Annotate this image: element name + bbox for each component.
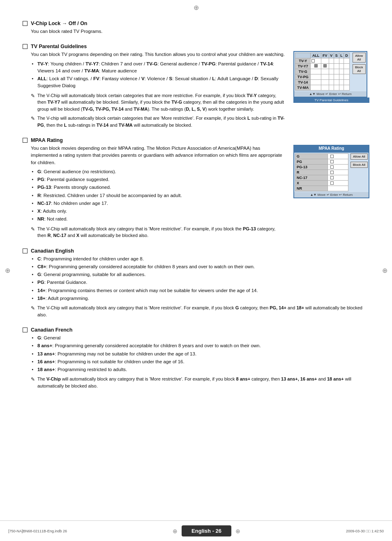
footer-left: [750-NA]BN68-02111B-Eng.indb 26 bbox=[8, 529, 67, 533]
tv-cell bbox=[321, 85, 329, 91]
tv-cell bbox=[334, 58, 339, 64]
vchip-bullet bbox=[23, 21, 28, 26]
tv-cell bbox=[344, 74, 349, 80]
mpaa-label-nr: NR bbox=[295, 186, 328, 191]
vchip-content: V-Chip Lock → Off / On You can block rat… bbox=[31, 21, 369, 37]
mpaa-label-x: X bbox=[295, 181, 328, 186]
canadian-english-section: Canadian English C: Programming intended… bbox=[23, 248, 369, 321]
tv-cell bbox=[334, 64, 339, 69]
tv-cell bbox=[339, 58, 344, 64]
mpaa-title-text: MPAA Rating bbox=[31, 137, 369, 143]
tv-cell bbox=[334, 74, 339, 80]
vchip-body: You can block rated TV Programs. bbox=[31, 28, 369, 35]
mpaa-allow-all-button[interactable]: Allow All bbox=[350, 153, 368, 160]
cf-bullet-8: 8 ans+: Programming generally considered… bbox=[31, 342, 369, 349]
mpaa-note: ✎ The V-Chip will automatically block an… bbox=[31, 225, 285, 239]
tv-cell bbox=[321, 74, 329, 80]
tv-allow-all-button[interactable]: Allow All bbox=[353, 53, 366, 63]
mpaa-cell-r bbox=[327, 170, 348, 175]
tv-cell bbox=[329, 64, 334, 69]
tv-label-tvy7: TV-Y7 bbox=[295, 64, 311, 69]
tv-col-fv: FV bbox=[321, 53, 329, 58]
tv-note-2-text: The V-chip will automatically block cert… bbox=[37, 115, 285, 128]
footer-page-label: English - 26 bbox=[182, 525, 231, 536]
mpaa-row-pg: PG bbox=[295, 159, 348, 165]
canadian-english-bullet bbox=[23, 248, 28, 253]
tv-cell bbox=[344, 64, 349, 69]
tv-cell bbox=[311, 85, 321, 91]
tv-cell bbox=[339, 74, 344, 80]
tv-label-tvpg: TV-PG bbox=[295, 74, 311, 80]
tv-note-1: ✎ The V-Chip will automatically block ce… bbox=[31, 92, 285, 113]
canadian-french-bullets: G: General 8 ans+: Programming generally… bbox=[31, 334, 369, 373]
tv-label-tv14: TV-14 bbox=[295, 80, 311, 85]
vchip-title: V-Chip Lock → Off / On bbox=[31, 21, 369, 26]
canadian-french-section: Canadian French G: General 8 ans+: Progr… bbox=[23, 327, 369, 392]
ce-bullet-g: G: General programming, suitable for all… bbox=[31, 271, 369, 278]
note-icon-mpaa: ✎ bbox=[31, 225, 35, 239]
mpaa-buttons: Allow All Block All bbox=[350, 153, 368, 191]
tv-bullet-2: ALL: Lock all TV ratings. / FV: Fantasy … bbox=[31, 75, 285, 90]
mpaa-row-nr: NR bbox=[295, 186, 348, 191]
tv-cell bbox=[339, 85, 344, 91]
mpaa-cell-pg13 bbox=[327, 165, 348, 170]
cf-bullet-18: 18 ans+: Programming restricted to adult… bbox=[31, 366, 369, 373]
tv-parental-bullets: TV-Y: Young children / TV-Y7: Children 7… bbox=[31, 60, 285, 90]
tv-table-row: ALL FV V S L D bbox=[295, 53, 366, 91]
ce-bullet-c: C: Programming intended for children und… bbox=[31, 255, 369, 262]
mpaa-block-all-button[interactable]: Block All bbox=[350, 162, 368, 168]
mpaa-row-r: R bbox=[295, 170, 348, 175]
reg-mark-left: ⊕ bbox=[3, 267, 12, 275]
mpaa-bullet-g: G: General audience (no restrictions). bbox=[31, 168, 285, 175]
tv-cell bbox=[329, 80, 334, 85]
mpaa-cell-nc17 bbox=[327, 175, 348, 181]
tv-label-tvy: TV-Y bbox=[295, 58, 311, 64]
tv-row-tvpg: TV-PG bbox=[295, 74, 350, 80]
mpaa-with-table: You can block movies depending on their … bbox=[31, 145, 369, 241]
tv-label-tvma: TV-MA bbox=[295, 85, 311, 91]
tv-row-tvy7: TV-Y7 bbox=[295, 64, 350, 69]
mpaa-content: MPAA Rating You can block movies dependi… bbox=[31, 137, 369, 241]
tv-row-tv14: TV-14 bbox=[295, 80, 350, 85]
cf-bullet-13: 13 ans+: Programming may not be suitable… bbox=[31, 351, 369, 358]
tv-row-tvg: TV-G bbox=[295, 69, 350, 74]
tv-cell-checked bbox=[311, 64, 321, 69]
tv-cell bbox=[329, 58, 334, 64]
tv-bullet-1: TV-Y: Young children / TV-Y7: Children 7… bbox=[31, 60, 285, 75]
footer-center-area: ⊕ English - 26 ⊕ bbox=[173, 525, 240, 536]
tv-note-2: ✎ The V-chip will automatically block ce… bbox=[31, 115, 285, 128]
tv-cell bbox=[321, 80, 329, 85]
tv-cell bbox=[329, 85, 334, 91]
tv-col-d: D bbox=[344, 53, 349, 58]
mpaa-bullet bbox=[23, 138, 28, 143]
mpaa-footer: ▲▼ Move ↵ Enter ↩ Return bbox=[294, 192, 369, 197]
vchip-section: V-Chip Lock → Off / On You can block rat… bbox=[23, 21, 369, 37]
mpaa-bullet-r: R: Restricted. Children under 17 should … bbox=[31, 192, 285, 199]
mpaa-label-pg: PG bbox=[295, 159, 328, 165]
tv-guidelines-table: ALL FV V S L D bbox=[293, 51, 367, 98]
tv-block-all-button[interactable]: Block All bbox=[353, 64, 366, 74]
tv-cell bbox=[311, 69, 321, 74]
tv-parental-intro: You can block TV programs depending on t… bbox=[31, 51, 285, 58]
tv-col-all: ALL bbox=[311, 53, 321, 58]
tv-table-grid: ALL FV V S L D bbox=[295, 53, 350, 91]
mpaa-row-nc17: NC-17 bbox=[295, 175, 348, 181]
tv-cell bbox=[321, 69, 329, 74]
canadian-english-content: Canadian English C: Programming intended… bbox=[31, 248, 369, 321]
mpaa-section: MPAA Rating You can block movies dependi… bbox=[23, 137, 369, 241]
tv-table-inner: ALL FV V S L D bbox=[294, 52, 367, 91]
mpaa-bullet-x: X: Adults only. bbox=[31, 208, 285, 215]
tv-table-footer: ▲▼ Move ↵ Enter ↩ Return bbox=[294, 91, 367, 97]
canadian-french-content: Canadian French G: General 8 ans+: Progr… bbox=[31, 327, 369, 392]
tv-parental-bullet bbox=[23, 44, 28, 49]
reg-mark-right: ⊕ bbox=[380, 267, 389, 275]
mpaa-bullet-pg13: PG-13: Parents strongly cautioned. bbox=[31, 184, 285, 191]
tv-cell bbox=[339, 69, 344, 74]
cf-note: ✎ The V-Chip will automatically block an… bbox=[31, 376, 369, 389]
mpaa-cell-g bbox=[327, 154, 348, 159]
footer-reg-left: ⊕ bbox=[173, 528, 178, 534]
tv-cell bbox=[344, 85, 349, 91]
tv-note-1-text: The V-Chip will automatically block cert… bbox=[37, 92, 285, 113]
tv-cell bbox=[311, 74, 321, 80]
mpaa-cell-nr bbox=[327, 186, 348, 191]
